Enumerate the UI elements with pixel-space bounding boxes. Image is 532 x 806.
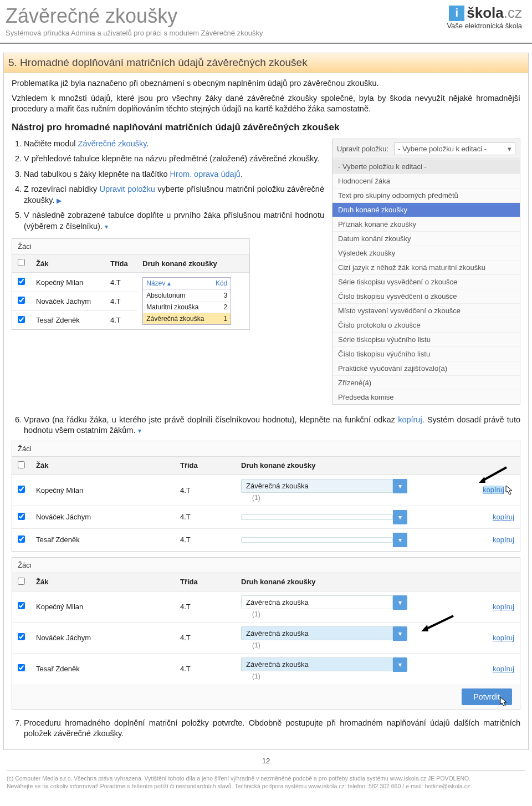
row-checkbox[interactable] <box>18 316 25 323</box>
cell-student: Tesař Zdeněk <box>30 528 175 551</box>
type-input[interactable] <box>241 537 393 543</box>
type-input[interactable]: Závěrečná zkouška <box>241 595 393 609</box>
row-checkbox[interactable] <box>18 486 25 493</box>
step-6-link: kopíruj <box>398 415 422 424</box>
sp-head: Upravit položku: - Vyberte položku k edi… <box>332 139 520 159</box>
step-4-link: Upravit položku <box>100 185 155 193</box>
copy-link[interactable]: kopíruj <box>493 535 514 544</box>
sp-select[interactable]: - Vyberte položku k editaci - <box>394 142 515 155</box>
pointer-arrow-icon <box>415 613 459 635</box>
sp-option[interactable]: - Vyberte položku k editaci - <box>332 159 520 174</box>
type-dropdown-btn[interactable]: ▾ <box>393 626 407 641</box>
sp-option[interactable]: Série tiskopisu výučního listu <box>332 332 520 346</box>
zaci3-head-row: Žák Třída Druh konané zkoušky <box>12 573 520 591</box>
cell-class: 4.T <box>175 653 236 684</box>
sp-option[interactable]: Datum konání zkoušky <box>332 231 520 246</box>
sp-label: Upravit položku: <box>337 145 388 153</box>
type-dropdown-btn[interactable]: ▾ <box>393 479 407 493</box>
type-dropdown-btn[interactable]: ▾ <box>393 657 407 672</box>
step-3: Nad tabulkou s žáky klepněte na tlačítko… <box>24 169 324 180</box>
row-checkbox[interactable] <box>18 535 25 543</box>
copy-link[interactable]: kopíruj <box>493 634 514 642</box>
sp-option[interactable]: Výsledek zkoušky <box>332 246 520 260</box>
step-5: V následně zobrazené tabulce doplňte u p… <box>24 210 324 232</box>
zaci1-col-class: Třída <box>105 254 137 273</box>
zaci1-check-all[interactable] <box>18 259 25 266</box>
sp-option[interactable]: Číslo protokolu o zkoušce <box>332 318 520 332</box>
cell-student: Nováček Jáchym <box>30 506 175 528</box>
table-row: Nováček Jáchym4.T▾kopíruj <box>12 506 520 528</box>
step-5-a: V následně zobrazené tabulce doplňte u p… <box>24 211 324 231</box>
steps-list-3: Proceduru hromadného doplnění matriční p… <box>12 718 520 739</box>
cell-type: ▾ <box>236 528 459 551</box>
cell-student: Tesař Zdeněk <box>30 653 175 684</box>
cell-student: Kopečný Milan <box>30 475 175 506</box>
cell-student: Tesař Zdeněk <box>30 311 105 330</box>
dd-option-selected[interactable]: Závěrečná zkouška1 <box>143 313 231 324</box>
sp-option[interactable]: Předseda komise <box>332 390 520 404</box>
sp-option[interactable]: Zřízené(á) <box>332 375 520 390</box>
step-3-link: Hrom. oprava údajů <box>170 170 241 178</box>
zaci3-col-student: Žák <box>30 573 175 591</box>
copy-link[interactable]: kopíruj <box>493 665 514 673</box>
row-checkbox[interactable] <box>18 633 25 640</box>
type-dropdown-btn[interactable]: ▾ <box>393 510 407 524</box>
step-7: Proceduru hromadného doplnění matriční p… <box>24 718 520 739</box>
sp-option[interactable]: Text pro skupiny odborných předmětů <box>332 188 520 202</box>
table-row: Tesař Zdeněk4.TZávěrečná zkouška▾(1)kopí… <box>12 653 520 684</box>
row-checkbox[interactable] <box>18 664 25 671</box>
sp-option[interactable]: Příznak konané zkoušky <box>332 217 520 231</box>
sp-option[interactable]: Hodnocení žáka <box>332 174 520 188</box>
copy-link[interactable]: kopíruj <box>483 486 504 494</box>
type-input[interactable] <box>241 514 393 520</box>
zaci1-col-type: Druh konané zkoušky <box>137 254 249 273</box>
cell-student: Nováček Jáchym <box>30 292 105 310</box>
table-row: Kopečný Milan4.TZávěrečná zkouška▾(1)kop… <box>12 475 520 506</box>
type-dropdown-btn[interactable]: ▾ <box>393 533 407 547</box>
type-dropdown-open[interactable]: Název ▴Kód Absolutorium3 Maturitní zkouš… <box>142 277 231 325</box>
sp-option[interactable]: Místo vystavení vysvědčení o zkoušce <box>332 303 520 318</box>
sp-option[interactable]: Série tiskopisu vysvědčení o zkoušce <box>332 274 520 289</box>
sp-option[interactable]: Praktické vyučování zajišťovalo(a) <box>332 361 520 375</box>
zaci2-title: Žáci <box>12 441 520 456</box>
pointer-arrow-icon <box>473 465 512 487</box>
dd-option[interactable]: Absolutorium3 <box>143 289 231 301</box>
cell-type: ▾ <box>236 506 459 528</box>
subsection-heading: Nástroj pro hromadné naplňování matriční… <box>12 122 520 133</box>
row-checkbox[interactable] <box>18 513 25 520</box>
edit-item-panel: Upravit položku: - Vyberte položku k edi… <box>332 139 520 405</box>
svg-marker-1 <box>479 477 485 483</box>
zaci2-table: Žák Třída Druh konané zkoušky Kopečný Mi… <box>12 456 520 551</box>
table-row: Kopečný Milan 4.T Název ▴Kód Absolutoriu… <box>12 273 249 292</box>
dd-opt-name: Závěrečná zkouška <box>146 315 204 323</box>
zaci-panel-3: Žáci Žák Třída Druh konané zkoušky Kopeč… <box>12 557 520 710</box>
cell-class: 4.T <box>175 528 236 551</box>
zaci2-check-all[interactable] <box>18 461 25 468</box>
sp-option[interactable]: Číslo tiskopisu vysvědčení o zkoušce <box>332 289 520 303</box>
row-checkbox[interactable] <box>18 297 25 304</box>
step-4-a: Z rozevírací nabídky <box>24 185 100 193</box>
svg-line-2 <box>424 616 453 630</box>
copy-link[interactable]: kopíruj <box>493 513 514 521</box>
type-input[interactable]: Závěrečná zkouška <box>241 479 393 493</box>
doc-subtitle: Systémová příručka Admina a uživatelů pr… <box>6 29 263 37</box>
zaci3-check-all[interactable] <box>18 578 25 585</box>
sp-option[interactable]: Cizí jazyk z něhož žák koná maturitní zk… <box>332 260 520 274</box>
copy-link[interactable]: kopíruj <box>493 603 514 611</box>
step-3-a: Nad tabulkou s žáky klepněte na tlačítko <box>24 170 170 178</box>
cell-type: Závěrečná zkouška▾(1) <box>236 653 459 684</box>
step-6: Vpravo (na řádku žáka, u kterého jste pr… <box>24 415 520 436</box>
row-checkbox[interactable] <box>18 278 25 285</box>
zaci1-col-student: Žák <box>30 254 105 273</box>
type-input[interactable]: Závěrečná zkouška <box>241 626 393 640</box>
type-dropdown-btn[interactable]: ▾ <box>393 595 407 610</box>
zaci3-col-class: Třída <box>175 573 236 591</box>
row-checkbox[interactable] <box>18 602 25 609</box>
sp-option[interactable]: Druh konané zkoušky <box>332 202 520 217</box>
type-input[interactable]: Závěrečná zkouška <box>241 657 393 671</box>
cell-class: 4.T <box>175 475 236 506</box>
dd-option[interactable]: Maturitní zkouška2 <box>143 301 231 313</box>
cell-class: 4.T <box>175 591 236 622</box>
para-intro-2: Vzhledem k množstí údajů, které jsou pro… <box>12 93 520 114</box>
sp-option[interactable]: Číslo tiskopisu výučního listu <box>332 346 520 361</box>
